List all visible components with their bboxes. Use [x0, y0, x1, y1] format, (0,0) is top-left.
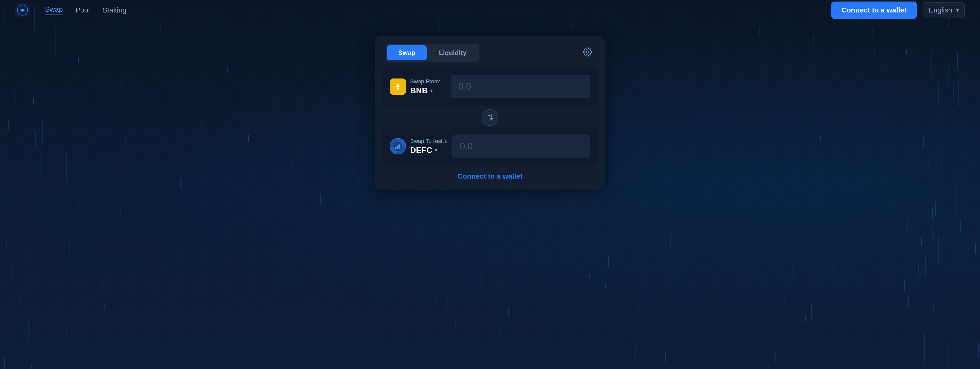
from-amount-input[interactable] — [451, 75, 590, 98]
swap-direction-button[interactable]: ⇅ — [482, 109, 498, 126]
from-amount-container — [451, 75, 590, 98]
nav-link-pool[interactable]: Pool — [76, 6, 90, 14]
swap-direction-area: ⇅ — [375, 108, 605, 127]
to-token-name-row: DEFC ▾ — [410, 146, 447, 155]
main-content: Swap Liquidity — [0, 21, 980, 190]
logo-container — [15, 3, 30, 17]
svg-point-2 — [21, 9, 24, 11]
defc-token-icon — [390, 138, 406, 154]
bnb-logo — [393, 82, 402, 91]
nav-link-staking[interactable]: Staking — [103, 6, 126, 14]
connect-wallet-card-button[interactable]: Connect to a wallet — [457, 172, 522, 181]
to-token-chevron-icon: ▾ — [435, 147, 438, 153]
card-header: Swap Liquidity — [375, 36, 605, 68]
navbar: Swap Pool Staking Connect to a wallet En… — [0, 0, 980, 21]
to-token-label: Swap To (est.): — [410, 138, 447, 144]
to-token-name: DEFC — [410, 146, 432, 155]
from-token-name-row: BNB ▾ — [410, 86, 441, 95]
nav-link-swap[interactable]: Swap — [45, 5, 63, 15]
from-token-info: Swap From: BNB ▾ — [410, 78, 441, 95]
tab-liquidity[interactable]: Liquidity — [428, 45, 478, 60]
swap-from-inner: Swap From: BNB ▾ — [390, 75, 590, 98]
bnb-token-icon — [390, 79, 406, 95]
nav-links: Swap Pool Staking — [45, 5, 831, 15]
from-token-selector[interactable]: Swap From: BNB ▾ — [390, 78, 446, 95]
to-amount-container — [452, 135, 590, 158]
to-amount-input[interactable] — [452, 135, 590, 158]
to-token-selector[interactable]: Swap To (est.): DEFC ▾ — [390, 138, 447, 155]
swap-card: Swap Liquidity — [375, 36, 605, 190]
tab-group: Swap Liquidity — [386, 44, 479, 62]
nav-right: Connect to a wallet English ▾ — [831, 2, 965, 19]
swap-from-section: Swap From: BNB ▾ — [382, 68, 598, 106]
language-selector[interactable]: English ▾ — [923, 2, 965, 18]
from-token-name: BNB — [410, 86, 428, 95]
gear-icon — [583, 48, 592, 57]
swap-to-section: Swap To (est.): DEFC ▾ — [382, 127, 598, 165]
language-label: English — [929, 6, 952, 14]
swap-arrows-icon: ⇅ — [487, 114, 493, 121]
chevron-down-icon: ▾ — [956, 7, 959, 13]
card-footer: Connect to a wallet — [375, 165, 605, 190]
app-logo — [15, 3, 30, 17]
connect-wallet-button[interactable]: Connect to a wallet — [831, 2, 917, 19]
from-token-chevron-icon: ▾ — [430, 87, 433, 93]
swap-to-inner: Swap To (est.): DEFC ▾ — [390, 135, 590, 158]
to-token-info: Swap To (est.): DEFC ▾ — [410, 138, 447, 155]
settings-button[interactable] — [581, 45, 594, 61]
from-token-label: Swap From: — [410, 78, 441, 85]
defc-logo — [393, 141, 403, 151]
tab-swap[interactable]: Swap — [387, 45, 427, 60]
